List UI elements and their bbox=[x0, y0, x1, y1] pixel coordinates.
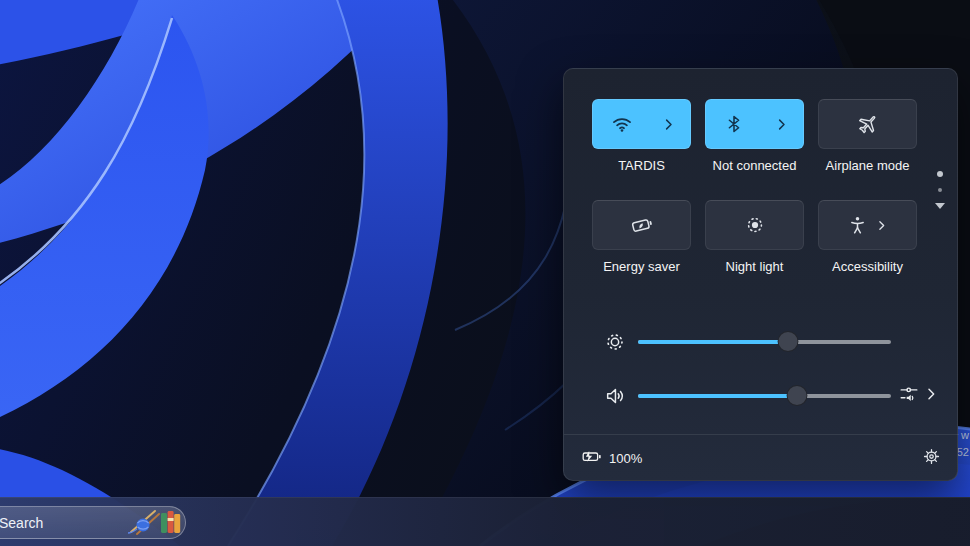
accessibility-expand-chevron-icon[interactable] bbox=[875, 219, 888, 232]
energy-saver-label: Energy saver bbox=[585, 259, 698, 274]
settings-button[interactable] bbox=[922, 447, 941, 470]
accessibility-tile[interactable] bbox=[818, 200, 917, 250]
battery-charging-icon bbox=[581, 446, 602, 470]
brightness-icon bbox=[604, 331, 626, 357]
page-down-arrow-icon[interactable] bbox=[935, 203, 945, 209]
bluetooth-expand-chevron-icon[interactable] bbox=[774, 117, 789, 132]
qs-footer: 100% bbox=[564, 434, 959, 481]
wifi-icon bbox=[611, 113, 633, 135]
brightness-track[interactable] bbox=[638, 340, 891, 344]
night-light-icon bbox=[744, 214, 766, 236]
accessibility-label: Accessibility bbox=[811, 259, 924, 274]
bluetooth-icon bbox=[724, 114, 744, 134]
battery-percent-label: 100% bbox=[609, 451, 642, 466]
volume-track[interactable] bbox=[638, 394, 891, 398]
brightness-thumb[interactable] bbox=[778, 331, 799, 352]
battery-status-button[interactable]: 100% bbox=[581, 446, 642, 470]
airplane-icon bbox=[856, 112, 880, 136]
search-box[interactable]: Search bbox=[0, 506, 186, 539]
wifi-toggle[interactable] bbox=[592, 99, 691, 149]
energy-saver-icon bbox=[630, 213, 654, 237]
gear-icon bbox=[922, 447, 941, 470]
brightness-slider-row bbox=[564, 331, 959, 353]
taskbar: Search bbox=[0, 497, 970, 546]
bluetooth-label: Not connected bbox=[698, 158, 811, 173]
volume-thumb[interactable] bbox=[786, 385, 807, 406]
wifi-label: TARDIS bbox=[585, 158, 698, 173]
search-box-label: Search bbox=[0, 515, 43, 531]
volume-icon bbox=[604, 385, 626, 411]
search-daily-illustration bbox=[125, 506, 181, 539]
airplane-mode-label: Airplane mode bbox=[811, 158, 924, 173]
volume-expand-chevron-icon[interactable] bbox=[923, 386, 939, 406]
desktop: w 52 bbox=[0, 0, 970, 546]
energy-saver-toggle[interactable] bbox=[592, 200, 691, 250]
bluetooth-toggle[interactable] bbox=[705, 99, 804, 149]
audio-output-select-icon[interactable] bbox=[898, 383, 920, 409]
accessibility-icon bbox=[847, 215, 868, 236]
night-light-toggle[interactable] bbox=[705, 200, 804, 250]
wifi-expand-chevron-icon[interactable] bbox=[661, 117, 676, 132]
page-dot-current[interactable] bbox=[937, 171, 943, 177]
page-dot-next[interactable] bbox=[938, 188, 942, 192]
night-light-label: Night light bbox=[698, 259, 811, 274]
volume-slider-row bbox=[564, 385, 959, 407]
qs-pagination bbox=[933, 171, 947, 209]
quick-settings-panel: TARDIS Not connected Airplane mode bbox=[563, 68, 958, 481]
watermark-line-1: w bbox=[961, 429, 969, 441]
airplane-mode-toggle[interactable] bbox=[818, 99, 917, 149]
volume-fill bbox=[638, 394, 797, 398]
brightness-fill bbox=[638, 340, 788, 344]
